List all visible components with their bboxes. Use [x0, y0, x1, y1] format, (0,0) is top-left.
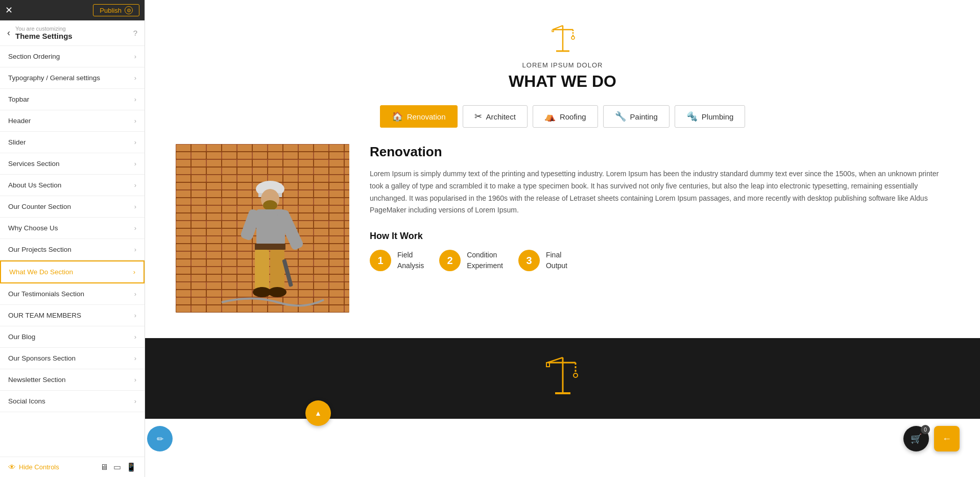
float-left-area: ▲ ✏ [152, 426, 178, 451]
step-2: 2 Condition Experiment [439, 250, 503, 271]
tab-architect[interactable]: ✂ Architect [463, 105, 528, 128]
sidebar-item-label: Services Section [8, 160, 60, 168]
step-3: 3 Final Output [518, 250, 567, 271]
publish-label: Publish [100, 7, 122, 14]
sidebar-item-section-ordering[interactable]: Section Ordering› [0, 46, 145, 67]
svg-rect-27 [270, 250, 284, 291]
eye-icon: 👁 [8, 463, 16, 471]
chevron-right-icon: › [134, 224, 136, 232]
tab-architect-label: Architect [486, 112, 516, 121]
hide-controls-label: Hide Controls [19, 463, 59, 471]
close-button[interactable]: ✕ [5, 6, 13, 15]
sidebar-header: ‹ You are customizing Theme Settings ? [0, 20, 145, 46]
sidebar-item-label: Our Testimonials Section [8, 290, 84, 298]
image-placeholder [176, 144, 349, 313]
sidebar-item-label: About Us Section [8, 181, 61, 189]
svg-rect-25 [255, 244, 285, 250]
svg-point-6 [571, 36, 575, 39]
content-text: Renovation Lorem Ipsum is simply dummy t… [370, 144, 949, 271]
crane-footer-icon [542, 353, 583, 403]
tab-roofing-label: Roofing [560, 112, 586, 121]
sidebar-item-label: Topbar [8, 96, 29, 103]
gear-icon: ⚙ [125, 6, 133, 14]
sidebar-item-newsletter[interactable]: Newsletter Section› [0, 369, 145, 391]
tab-renovation[interactable]: 🏠 Renovation [380, 105, 458, 128]
sidebar-item-label: Typography / General settings [8, 74, 100, 82]
sidebar-item-label: Social Icons [8, 397, 45, 405]
architect-icon: ✂ [474, 111, 482, 122]
sidebar-item-our-sponsors[interactable]: Our Sponsors Section› [0, 348, 145, 369]
main-content: LOREM IPSUM DOLOR WHAT WE DO 🏠 Renovatio… [145, 0, 980, 477]
sidebar-item-team-members[interactable]: OUR TEAM MEMBERS› [0, 305, 145, 326]
sidebar-item-what-we-do[interactable]: What We Do Section› [0, 260, 145, 283]
sidebar: ✕ Publish ⚙ ‹ You are customizing Theme … [0, 0, 145, 477]
plumbing-icon: 🔩 [686, 111, 698, 122]
cart-button[interactable]: 0 🛒 [903, 426, 929, 451]
back-button[interactable]: ‹ [7, 28, 10, 38]
step-3-line1: Final [546, 250, 567, 260]
hide-controls-button[interactable]: 👁 Hide Controls [8, 463, 59, 471]
step-2-number: 2 [439, 250, 461, 271]
mobile-icon[interactable]: 📱 [126, 462, 136, 472]
dark-footer-section [145, 338, 980, 419]
step-3-line2: Output [546, 260, 567, 271]
help-button[interactable]: ? [133, 29, 137, 37]
up-arrow-icon: ▲ [315, 409, 322, 417]
content-image [176, 144, 349, 313]
sidebar-item-label: Section Ordering [8, 53, 60, 60]
step-3-number: 3 [518, 250, 540, 271]
back-arrow-button[interactable]: ← [934, 426, 960, 451]
tab-painting[interactable]: 🔧 Painting [603, 105, 670, 128]
sidebar-item-our-counter[interactable]: Our Counter Section› [0, 196, 145, 218]
sidebar-item-label: Our Blog [8, 333, 35, 341]
sidebar-item-services-section[interactable]: Services Section› [0, 153, 145, 175]
step-2-line1: Condition [467, 250, 503, 260]
sidebar-item-typography[interactable]: Typography / General settings› [0, 67, 145, 89]
sidebar-header-info: You are customizing Theme Settings [15, 26, 128, 40]
pencil-button[interactable]: ✏ [147, 426, 173, 451]
svg-rect-26 [255, 250, 269, 291]
theme-settings-title: Theme Settings [15, 32, 128, 40]
content-title: Renovation [370, 144, 949, 160]
cart-badge: 0 [921, 425, 930, 434]
crane-logo [545, 20, 581, 56]
chevron-right-icon: › [134, 160, 136, 168]
tablet-icon[interactable]: ▭ [113, 462, 121, 472]
step-2-text: Condition Experiment [467, 250, 503, 271]
steps-row: 1 Field Analysis 2 Condition Experiment [370, 250, 949, 271]
sidebar-item-why-choose-us[interactable]: Why Choose Us› [0, 218, 145, 239]
chevron-right-icon: › [134, 376, 136, 384]
sidebar-item-about-us[interactable]: About Us Section› [0, 175, 145, 196]
tab-plumbing[interactable]: 🔩 Plumbing [675, 105, 746, 128]
chevron-right-icon: › [134, 290, 136, 298]
chevron-right-icon: › [134, 203, 136, 210]
sidebar-item-slider[interactable]: Slider› [0, 132, 145, 153]
chevron-right-icon: › [134, 53, 136, 60]
tab-roofing[interactable]: ⛺ Roofing [533, 105, 598, 128]
sidebar-item-header[interactable]: Header› [0, 110, 145, 132]
step-1-number: 1 [370, 250, 391, 271]
publish-button[interactable]: Publish ⚙ [93, 4, 139, 16]
content-area: Renovation Lorem Ipsum is simply dummy t… [176, 144, 949, 313]
step-1: 1 Field Analysis [370, 250, 424, 271]
sidebar-item-label: Header [8, 117, 31, 125]
desktop-icon[interactable]: 🖥 [100, 462, 108, 472]
scroll-up-button[interactable]: ▲ [305, 400, 331, 426]
tab-renovation-label: Renovation [407, 112, 446, 121]
back-arrow-icon: ← [942, 434, 951, 444]
sidebar-topbar: ✕ Publish ⚙ [0, 0, 145, 20]
sidebar-item-social-icons[interactable]: Social Icons› [0, 391, 145, 412]
renovation-icon: 🏠 [392, 111, 403, 122]
content-description: Lorem Ipsum is simply dummy text of the … [370, 168, 949, 217]
step-1-line2: Analysis [397, 260, 424, 271]
sidebar-item-our-blog[interactable]: Our Blog› [0, 326, 145, 348]
chevron-right-icon: › [134, 312, 136, 319]
how-it-works: How It Work 1 Field Analysis 2 [370, 231, 949, 271]
sidebar-item-topbar[interactable]: Topbar› [0, 89, 145, 110]
customizing-label: You are customizing [15, 26, 128, 32]
cart-icon: 🛒 [911, 433, 922, 444]
sidebar-item-label: Our Sponsors Section [8, 354, 76, 362]
sidebar-item-our-projects[interactable]: Our Projects Section› [0, 239, 145, 260]
tabs-row: 🏠 Renovation ✂ Architect ⛺ Roofing 🔧 Pai… [176, 105, 949, 128]
sidebar-item-testimonials[interactable]: Our Testimonials Section› [0, 283, 145, 305]
